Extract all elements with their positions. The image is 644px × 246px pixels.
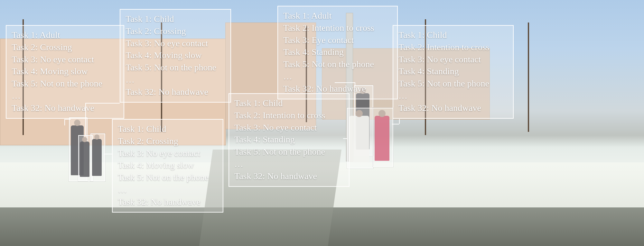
task-value: 5: Not on the phone: [302, 59, 374, 69]
task-value: 1: Adult: [302, 11, 331, 21]
task-label: Task: [118, 172, 135, 182]
task-value: 3: No eye contact: [417, 54, 481, 64]
task-value: 3: No eye contact: [137, 148, 200, 158]
task-label: Task: [126, 14, 142, 24]
task-label: Task: [126, 26, 142, 36]
task-value: 32: No handwave: [145, 87, 208, 97]
task-value: 3: No eye contact: [145, 38, 208, 48]
scene-photo: Task 1: Adult Task 2: Crossing Task 3: N…: [0, 0, 644, 246]
task-value: 2: Intention to cross: [253, 110, 325, 120]
ellipsis: …: [398, 90, 508, 102]
task-label: Task: [118, 197, 135, 207]
task-value: 32: No handwave: [31, 103, 94, 113]
task-value: 32: No handwave: [417, 103, 481, 113]
task-label: Task: [12, 78, 28, 88]
task-value: 2: Crossing: [145, 26, 186, 36]
task-value: 4: Moving slow: [31, 66, 88, 76]
task-label: Task: [398, 66, 415, 76]
bbox-child-white: [347, 108, 373, 169]
task-value: 2: Crossing: [31, 42, 72, 52]
task-label: Task: [234, 171, 251, 181]
connector: [392, 124, 399, 124]
task-label: Task: [283, 59, 300, 69]
task-label: Task: [283, 35, 300, 45]
task-value: 4: Standing: [417, 66, 459, 76]
task-value: 1: Child: [417, 30, 447, 40]
task-value: 5: Not on the phone: [31, 78, 102, 88]
task-label: Task: [398, 30, 415, 40]
annotation-panel-child-pink: Task 1: Child Task 2: Intention to cross…: [393, 25, 514, 119]
task-label: Task: [118, 160, 135, 170]
task-label: Task: [126, 50, 142, 60]
task-label: Task: [126, 87, 142, 97]
annotation-panel-child-left-b: Task 1: Child Task 2: Crossing Task 3: N…: [112, 119, 223, 213]
task-value: 1: Adult: [31, 30, 60, 40]
task-label: Task: [398, 54, 415, 64]
task-label: Task: [234, 123, 251, 132]
task-value: 1: Child: [253, 98, 283, 108]
connector: [85, 103, 86, 135]
task-value: 2: Intention to cross: [302, 23, 374, 33]
task-value: 1: Child: [137, 124, 166, 134]
task-label: Task: [234, 110, 251, 120]
connector: [343, 138, 348, 139]
task-value: 5: Not on the phone: [417, 78, 489, 88]
annotation-panel-adult-right: Task 1: Adult Task 2: Intention to cross…: [277, 6, 398, 99]
task-value: 4: Standing: [253, 134, 294, 144]
task-label: Task: [283, 47, 300, 57]
task-label: Task: [234, 147, 251, 157]
task-value: 2: Intention to cross: [417, 42, 489, 52]
ellipsis: …: [126, 74, 225, 86]
task-value: 3: No eye contact: [253, 123, 317, 132]
task-value: 32: No handwave: [253, 171, 317, 181]
task-label: Task: [12, 42, 28, 52]
ellipsis: …: [12, 90, 118, 102]
ellipsis: …: [234, 158, 344, 170]
task-label: Task: [283, 23, 300, 33]
task-label: Task: [126, 62, 142, 72]
ellipsis: …: [283, 70, 392, 83]
task-value: 3: No eye contact: [31, 54, 94, 64]
task-value: 5: Not on the phone: [137, 172, 208, 182]
task-value: 3: Eye contact: [302, 35, 354, 45]
connector: [399, 119, 400, 124]
connector: [104, 154, 112, 154]
task-label: Task: [118, 148, 135, 158]
task-label: Task: [118, 124, 135, 134]
task-label: Task: [398, 78, 415, 88]
annotation-panel-child-left-a: Task 1: Child Task 2: Crossing Task 3: N…: [120, 9, 231, 103]
bbox-child-pink: [373, 108, 393, 167]
task-value: 5: Not on the phone: [253, 147, 325, 157]
task-label: Task: [234, 134, 251, 144]
tree: [528, 23, 529, 132]
task-value: 4: Standing: [302, 47, 343, 57]
task-value: 2: Crossing: [137, 136, 178, 146]
task-label: Task: [283, 84, 300, 94]
ellipsis: …: [118, 184, 218, 196]
task-value: 1: Child: [145, 14, 174, 24]
task-value: 4: Moving slow: [137, 160, 194, 170]
task-label: Task: [12, 103, 28, 113]
annotation-panel-child-white: Task 1: Child Task 2: Intention to cross…: [229, 93, 350, 187]
task-label: Task: [126, 38, 142, 48]
task-value: 32: No handwave: [302, 84, 366, 94]
task-label: Task: [398, 103, 415, 113]
task-label: Task: [12, 66, 28, 76]
task-label: Task: [118, 136, 135, 146]
task-value: 32: No handwave: [137, 197, 201, 207]
connector: [85, 103, 120, 104]
task-value: 4: Moving slow: [145, 50, 201, 60]
connector: [64, 119, 65, 125]
task-label: Task: [12, 30, 28, 40]
bbox-child-left-b: [90, 133, 105, 181]
task-label: Task: [12, 54, 28, 64]
task-label: Task: [398, 42, 415, 52]
task-value: 5: Not on the phone: [145, 62, 216, 72]
annotation-panel-adult-left: Task 1: Adult Task 2: Crossing Task 3: N…: [6, 25, 124, 119]
task-label: Task: [283, 11, 300, 21]
connector: [335, 82, 355, 83]
connector: [64, 119, 71, 120]
task-label: Task: [234, 98, 251, 108]
